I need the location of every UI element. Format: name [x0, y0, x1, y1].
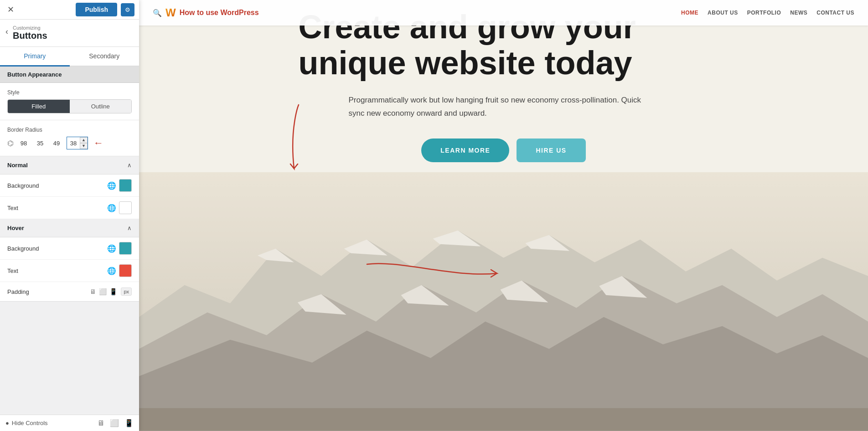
- hero-content: Create and grow your unique website toda…: [139, 9, 868, 162]
- normal-background-row: Background 🌐: [0, 174, 139, 197]
- tab-secondary[interactable]: Secondary: [70, 47, 140, 67]
- hover-text-row: Text 🌐: [0, 260, 139, 282]
- gear-button[interactable]: ⚙: [121, 3, 134, 16]
- outline-button[interactable]: Outline: [70, 100, 132, 113]
- preview-area: 🔍 W How to use WordPress HOME ABOUT US P…: [139, 0, 868, 431]
- hover-background-label: Background: [7, 245, 39, 252]
- site-header: 🔍 W How to use WordPress HOME ABOUT US P…: [139, 0, 868, 26]
- normal-text-controls: 🌐: [107, 201, 132, 214]
- padding-tablet-icon[interactable]: ⬜: [99, 288, 107, 295]
- nav-links: HOME ABOUT US PORTFOLIO NEWS CONTACT US: [681, 10, 854, 16]
- radius-val-2: 49: [50, 138, 63, 149]
- search-icon: 🔍: [153, 9, 162, 17]
- tabs-bar: Primary Secondary: [0, 47, 139, 67]
- nav-portfolio[interactable]: PORTFOLIO: [747, 10, 781, 16]
- chevron-up-icon: ∧: [127, 162, 132, 169]
- section-breadcrumb: Customizing Buttons: [13, 25, 47, 41]
- customizing-label: Customizing: [13, 25, 47, 31]
- hire-us-button[interactable]: HIRE US: [517, 139, 585, 162]
- style-toggle: Filled Outline: [7, 99, 132, 113]
- back-navigation: ‹ Customizing Buttons: [0, 20, 139, 47]
- radius-stepper: ▲ ▼: [80, 137, 88, 149]
- normal-background-label: Background: [7, 182, 39, 189]
- normal-text-row: Text 🌐: [0, 197, 139, 219]
- topbar: ✕ Publish ⚙: [0, 0, 139, 20]
- site-name: How to use WordPress: [180, 9, 259, 17]
- publish-button[interactable]: Publish: [76, 3, 117, 16]
- normal-background-swatch[interactable]: [119, 179, 132, 192]
- hide-controls-label: Hide Controls: [12, 420, 48, 426]
- hover-text-globe-icon[interactable]: 🌐: [107, 267, 116, 275]
- panel-content: Button Appearance Style Filled Outline B…: [0, 67, 139, 431]
- section-title: Buttons: [13, 31, 47, 41]
- button-appearance-header: Button Appearance: [0, 67, 139, 83]
- nav-news[interactable]: NEWS: [790, 10, 807, 16]
- desktop-icon-button[interactable]: 🖥: [97, 419, 104, 427]
- hero-buttons: LEARN MORE HIRE US: [421, 139, 585, 162]
- border-radius-section: Border Radius ⌬ 98 35 49 ▲ ▼ ←: [0, 120, 139, 156]
- stepper-up[interactable]: ▲: [80, 137, 88, 143]
- nav-about[interactable]: ABOUT US: [708, 10, 738, 16]
- normal-text-label: Text: [7, 205, 18, 211]
- radius-input-3[interactable]: [67, 140, 80, 147]
- normal-bg-globe-icon[interactable]: 🌐: [107, 181, 116, 190]
- padding-row: Padding 🖥 ⬜ 📱 px: [7, 287, 132, 296]
- hide-controls-button[interactable]: ● Hide Controls: [5, 420, 48, 426]
- style-section: Style Filled Outline: [0, 83, 139, 120]
- normal-text-globe-icon[interactable]: 🌐: [107, 204, 116, 212]
- circle-icon: ●: [5, 420, 9, 426]
- hover-background-swatch[interactable]: [119, 242, 132, 255]
- close-button[interactable]: ✕: [5, 3, 17, 16]
- padding-desktop-icon[interactable]: 🖥: [90, 288, 96, 295]
- hover-bg-globe-icon[interactable]: 🌐: [107, 244, 116, 253]
- device-switcher: 🖥 ⬜ 📱: [97, 419, 134, 427]
- hover-text-swatch[interactable]: [119, 264, 132, 277]
- stepper-down[interactable]: ▼: [80, 143, 88, 149]
- site-logo: 🔍 W How to use WordPress: [153, 6, 259, 19]
- tab-primary[interactable]: Primary: [0, 47, 70, 67]
- hover-text-controls: 🌐: [107, 264, 132, 277]
- border-radius-inputs: ⌬ 98 35 49 ▲ ▼ ←: [7, 137, 132, 149]
- padding-mobile-icon[interactable]: 📱: [109, 288, 117, 295]
- learn-more-button[interactable]: LEARN MORE: [421, 139, 509, 162]
- radius-val-3-active: ▲ ▼: [67, 137, 88, 149]
- hero-subtitle: Programmatically work but low hanging fr…: [349, 94, 659, 120]
- filled-button[interactable]: Filled: [8, 100, 70, 113]
- hover-text-label: Text: [7, 267, 18, 274]
- style-label: Style: [7, 89, 132, 96]
- back-button[interactable]: ‹: [5, 27, 8, 36]
- hover-background-row: Background 🌐: [0, 237, 139, 260]
- normal-text-swatch[interactable]: [119, 201, 132, 214]
- padding-section: Padding 🖥 ⬜ 📱 px: [0, 282, 139, 302]
- arrow-indicator: ←: [93, 137, 103, 149]
- hover-section-header[interactable]: Hover ∧: [0, 219, 139, 237]
- nav-contact[interactable]: CONTACT US: [816, 10, 854, 16]
- hover-background-controls: 🌐: [107, 242, 132, 255]
- radius-icon: ⌬: [7, 139, 14, 148]
- hover-chevron-up-icon: ∧: [127, 225, 132, 231]
- hover-label: Hover: [7, 225, 24, 231]
- nav-home[interactable]: HOME: [681, 10, 698, 16]
- padding-label: Padding: [7, 288, 86, 295]
- padding-px-badge: px: [121, 287, 132, 296]
- customizer-panel: ✕ Publish ⚙ ‹ Customizing Buttons Primar…: [0, 0, 139, 431]
- border-radius-label: Border Radius: [7, 127, 132, 133]
- radius-val-0: 98: [17, 138, 30, 149]
- radius-val-1: 35: [34, 138, 46, 149]
- mobile-icon-button[interactable]: 📱: [124, 419, 134, 427]
- normal-background-controls: 🌐: [107, 179, 132, 192]
- logo-w-icon: W: [165, 6, 176, 19]
- normal-label: Normal: [7, 162, 28, 169]
- padding-device-icons: 🖥 ⬜ 📱: [90, 288, 117, 295]
- tablet-icon-button[interactable]: ⬜: [110, 419, 119, 427]
- bottom-bar: ● Hide Controls 🖥 ⬜ 📱: [0, 415, 139, 431]
- normal-section-header[interactable]: Normal ∧: [0, 156, 139, 174]
